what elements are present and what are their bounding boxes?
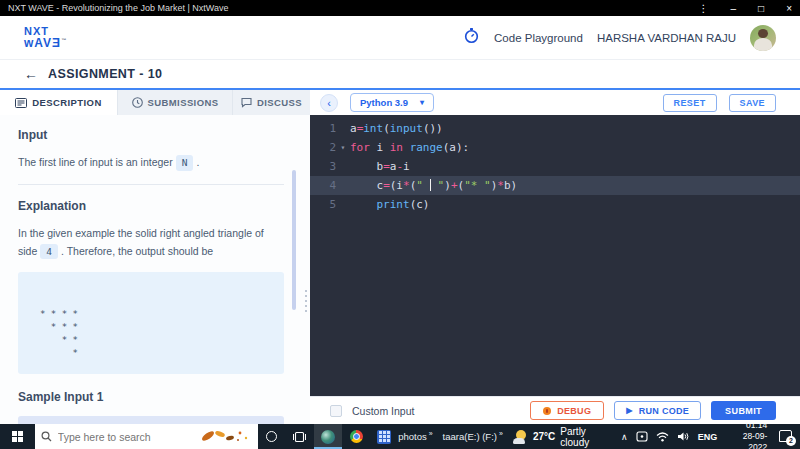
taskbar-search[interactable]	[35, 424, 258, 449]
search-icon	[41, 431, 52, 442]
action-center-button[interactable]: 2	[779, 430, 794, 444]
logo-tm: ™	[61, 37, 67, 43]
tab-label: DESCRIPTION	[32, 97, 101, 108]
cortana-button[interactable]	[258, 424, 286, 449]
screen: NXT WAVE - Revolutionizing the Job Marke…	[0, 0, 800, 449]
pattern-row: * *	[40, 334, 284, 347]
tab-label: DISCUSS	[257, 97, 302, 108]
language-indicator[interactable]: ENG	[698, 432, 718, 442]
browser-titlebar: NXT WAVE - Revolutionizing the Job Marke…	[0, 0, 800, 16]
language-select[interactable]: Python 3.9 ▾	[350, 93, 434, 112]
reset-button[interactable]: RESET	[663, 94, 717, 112]
nxtwave-logo[interactable]: NXT wAVƎ™	[24, 26, 67, 49]
custom-input-label: Custom Input	[352, 405, 414, 417]
fold-icon	[336, 157, 350, 176]
pattern-row: * * *	[40, 321, 284, 334]
code-token: i	[403, 160, 410, 173]
code-token: =	[383, 179, 390, 192]
task-view-button[interactable]	[286, 424, 314, 449]
code-token: range	[410, 141, 443, 154]
code-line[interactable]: 4 c=(i*(" ")+("* ")*b)	[310, 176, 800, 195]
submit-button[interactable]: SUBMIT	[711, 401, 776, 420]
line-number: 1	[310, 119, 336, 138]
input-text: The first line of input is an integerN.	[18, 154, 284, 171]
tray-expand-icon[interactable]: ∧	[621, 432, 628, 442]
code-text: print(c)	[350, 195, 430, 214]
code-token: +	[451, 179, 458, 192]
code-editor[interactable]: 1a=int(input())2▾for i in range(a):3 b=a…	[310, 115, 800, 396]
code-token: -	[396, 160, 403, 173]
code-token	[350, 198, 377, 211]
tab-description[interactable]: DESCRIPTION	[0, 90, 118, 115]
start-button[interactable]	[0, 424, 35, 449]
code-token: )	[444, 179, 451, 192]
user-name[interactable]: HARSHA VARDHAN RAJU	[597, 32, 736, 44]
wifi-icon[interactable]	[656, 432, 669, 442]
code-token: a	[350, 122, 357, 135]
code-token: "	[431, 179, 444, 192]
description-icon	[15, 98, 27, 108]
pinned-folder-photos[interactable]: photos»	[398, 430, 432, 442]
tab-strip: DESCRIPTION SUBMISSIONS DISCUSS ‹ Python…	[0, 88, 800, 115]
active-browser-button[interactable]	[314, 424, 342, 449]
browser-app-icon	[321, 430, 335, 444]
code-token: in	[390, 141, 403, 154]
volume-icon[interactable]	[677, 431, 690, 442]
code-line[interactable]: 1a=int(input())	[310, 119, 800, 138]
line-number: 3	[310, 157, 336, 176]
menu-icon[interactable]: ⋮	[699, 3, 709, 14]
code-token: b)	[504, 179, 517, 192]
timer-icon[interactable]	[463, 27, 480, 48]
code-line[interactable]: 5 print(c)	[310, 195, 800, 214]
tab-discuss[interactable]: DISCUSS	[233, 90, 310, 115]
cortana-icon	[266, 431, 277, 442]
maximize-icon[interactable]: □	[758, 3, 764, 14]
fold-icon[interactable]: ▾	[336, 138, 350, 157]
main-area: Input The first line of input is an inte…	[0, 115, 800, 424]
play-icon: ▶	[626, 406, 632, 415]
logo-line2: wAVƎ	[24, 36, 61, 50]
code-token: (	[383, 122, 390, 135]
code-token: (c)	[410, 198, 430, 211]
chrome-icon	[350, 430, 363, 443]
code-token: *	[497, 179, 504, 192]
assignment-title: ASSIGNMENT - 10	[48, 67, 162, 81]
calculator-button[interactable]	[370, 424, 398, 449]
debug-button[interactable]: DEBUG	[530, 401, 604, 420]
code-token: c	[350, 179, 383, 192]
taskbar: photos» taara(E:) (F:)» 27°C Partly clou…	[0, 424, 800, 449]
run-code-button[interactable]: ▶ RUN CODE	[614, 401, 701, 420]
custom-input-checkbox[interactable]	[330, 405, 342, 417]
user-avatar[interactable]	[750, 25, 776, 51]
code-token: input	[390, 122, 423, 135]
panel-scrollbar[interactable]	[292, 170, 296, 310]
save-button[interactable]: SAVE	[729, 94, 776, 112]
pattern-row: * * * *	[40, 308, 284, 321]
minimize-icon[interactable]: –	[731, 3, 737, 14]
chrome-button[interactable]	[342, 424, 370, 449]
code-token: *	[403, 179, 410, 192]
nav-code-playground[interactable]: Code Playground	[494, 32, 583, 44]
system-tray: ∧ ENG	[621, 431, 717, 442]
pinned-folder-drives[interactable]: taara(E:) (F:)»	[443, 430, 503, 442]
code-token: i	[370, 141, 390, 154]
back-arrow-icon[interactable]: ←	[24, 66, 38, 82]
code-line[interactable]: 3 b=a-i	[310, 157, 800, 176]
fold-icon	[336, 119, 350, 138]
panel-drag-handle[interactable]	[305, 290, 307, 312]
taskbar-clock[interactable]: 01:14 28-09-2022	[727, 420, 767, 449]
sample-input-heading: Sample Input 1	[18, 390, 284, 404]
tray-app-icon[interactable]	[636, 431, 648, 442]
search-input[interactable]	[58, 431, 252, 443]
code-token: for	[350, 141, 370, 154]
assignment-bar: ← ASSIGNMENT - 10	[0, 60, 800, 88]
windows-icon	[12, 431, 23, 442]
close-icon[interactable]: ×	[786, 3, 792, 14]
weather-widget[interactable]: 27°C Partly cloudy	[513, 426, 611, 448]
calculator-icon	[377, 430, 391, 444]
code-line[interactable]: 2▾for i in range(a):	[310, 138, 800, 157]
tab-submissions[interactable]: SUBMISSIONS	[118, 90, 233, 115]
code-chip-4: 4	[40, 244, 58, 260]
code-token: ())	[423, 122, 443, 135]
collapse-panel-button[interactable]: ‹	[320, 94, 338, 112]
